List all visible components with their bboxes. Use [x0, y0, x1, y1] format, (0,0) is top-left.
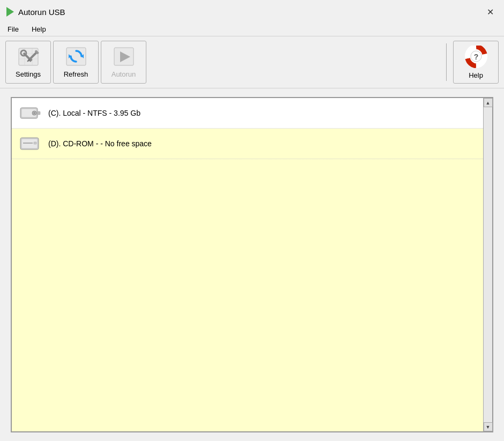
autorun-icon	[113, 47, 135, 67]
scroll-track[interactable]	[484, 107, 492, 422]
help-button[interactable]: ? Help	[453, 41, 499, 84]
title-bar: Autorun USB ✕	[0, 0, 504, 23]
refresh-icon	[65, 47, 87, 67]
menu-item-file[interactable]: File	[2, 24, 24, 35]
svg-text:?: ?	[473, 53, 478, 61]
content-area: (C). Local - NTFS - 3.95 Gb	[0, 88, 504, 441]
settings-button[interactable]: Settings	[5, 41, 51, 84]
scrollbar: ▲ ▼	[483, 98, 492, 431]
main-window: Autorun USB ✕ File Help	[0, 0, 504, 441]
svg-point-22	[33, 112, 35, 114]
svg-rect-23	[38, 111, 40, 115]
close-button[interactable]: ✕	[483, 4, 498, 19]
drive-list: (C). Local - NTFS - 3.95 Gb	[12, 98, 483, 431]
refresh-label: Refresh	[64, 70, 88, 78]
help-label: Help	[469, 71, 483, 79]
drive-item-d[interactable]: (D). CD-ROM - - No free space	[12, 129, 483, 159]
drive-c-icon	[19, 104, 41, 122]
autorun-button[interactable]: Autorun	[101, 41, 146, 84]
drive-c-label: (C). Local - NTFS - 3.95 Gb	[48, 109, 140, 117]
help-icon: ?	[464, 46, 488, 68]
title-bar-left: Autorun USB	[6, 7, 65, 17]
drive-d-icon	[19, 135, 41, 152]
svg-rect-27	[34, 142, 36, 144]
drive-d-label: (D). CD-ROM - - No free space	[48, 139, 152, 148]
settings-icon	[18, 47, 39, 67]
scroll-down-button[interactable]: ▼	[484, 422, 493, 431]
autorun-label: Autorun	[112, 70, 136, 78]
toolbar: Settings Refresh	[0, 36, 504, 88]
menu-bar: File Help	[0, 23, 504, 36]
drive-list-empty-area	[12, 159, 483, 431]
menu-item-help[interactable]: Help	[26, 24, 51, 35]
drive-list-container: (C). Local - NTFS - 3.95 Gb	[11, 97, 493, 432]
refresh-button[interactable]: Refresh	[53, 41, 99, 84]
window-title: Autorun USB	[18, 8, 65, 17]
app-icon	[6, 7, 14, 17]
drive-item-c[interactable]: (C). Local - NTFS - 3.95 Gb	[12, 98, 483, 129]
settings-label: Settings	[16, 70, 41, 78]
scroll-up-button[interactable]: ▲	[484, 98, 493, 107]
toolbar-separator	[446, 43, 447, 81]
